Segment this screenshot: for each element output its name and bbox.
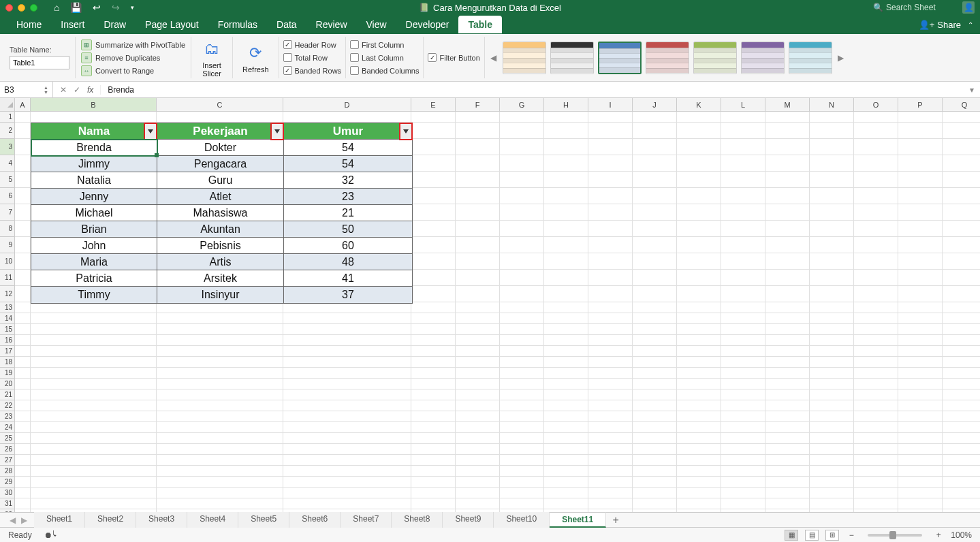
cell[interactable] [810, 188, 854, 204]
cell[interactable] [500, 477, 544, 488]
summarize-pivot-button[interactable]: ⊞Summarize with PivotTable [81, 39, 185, 50]
cell[interactable] [283, 379, 411, 389]
cell[interactable] [633, 335, 677, 346]
cell[interactable] [588, 346, 633, 357]
cell[interactable] [500, 335, 544, 346]
cell[interactable] [500, 498, 544, 509]
cell[interactable] [810, 204, 854, 221]
table-cell[interactable]: Michael [31, 205, 157, 221]
cell[interactable] [677, 253, 721, 270]
cell[interactable] [943, 286, 980, 302]
cell[interactable] [677, 112, 721, 123]
cell[interactable] [15, 172, 31, 188]
cell[interactable] [854, 324, 898, 335]
cell[interactable] [633, 509, 677, 512]
cell[interactable] [283, 302, 411, 313]
cell[interactable] [157, 444, 283, 455]
cell[interactable] [157, 411, 283, 422]
collapse-ribbon-icon[interactable]: ⌃ [968, 21, 973, 29]
cell[interactable] [15, 188, 31, 204]
cell[interactable] [283, 455, 411, 466]
table-cell[interactable]: 54 [284, 156, 412, 172]
cell[interactable] [810, 455, 854, 466]
undo-icon[interactable]: ↩ [93, 3, 101, 12]
cell[interactable] [157, 509, 283, 512]
cell[interactable] [898, 488, 943, 498]
table-cell[interactable]: 48 [284, 254, 412, 270]
cell[interactable] [943, 188, 980, 204]
cell[interactable] [765, 112, 810, 123]
table-cell[interactable]: Insinyur [157, 287, 284, 303]
cell[interactable] [765, 155, 810, 172]
table-cell[interactable]: 23 [284, 189, 412, 205]
cell[interactable] [854, 188, 898, 204]
cell[interactable] [677, 204, 721, 221]
cell[interactable] [157, 466, 283, 477]
cell[interactable] [500, 139, 544, 155]
cell[interactable] [157, 488, 283, 498]
cell[interactable] [588, 357, 633, 368]
row-header[interactable]: 24 [0, 422, 15, 433]
column-header[interactable]: A [15, 98, 31, 112]
save-icon[interactable]: 💾 [70, 3, 82, 12]
ribbon-tab-table[interactable]: Table [458, 16, 502, 33]
cell[interactable] [544, 139, 588, 155]
cell[interactable] [31, 346, 157, 357]
row-header[interactable]: 29 [0, 477, 15, 488]
cell[interactable] [544, 466, 588, 477]
cell[interactable] [544, 155, 588, 172]
share-button[interactable]: 👤+ Share [919, 20, 961, 30]
cell[interactable] [898, 379, 943, 389]
cell[interactable] [588, 253, 633, 270]
cell[interactable] [854, 411, 898, 422]
row-header[interactable]: 15 [0, 324, 15, 335]
cell[interactable] [15, 204, 31, 221]
cell[interactable] [15, 411, 31, 422]
table-cell[interactable]: 54 [284, 140, 412, 156]
cell[interactable] [854, 155, 898, 172]
refresh-button[interactable]: ⟳ Refresh [238, 41, 273, 75]
cell[interactable] [500, 509, 544, 512]
search-input[interactable] [886, 3, 954, 12]
cell[interactable] [633, 139, 677, 155]
cell[interactable] [633, 346, 677, 357]
cell[interactable] [677, 237, 721, 253]
macro-record-icon[interactable]: ⏺↳ [44, 530, 57, 540]
cell[interactable] [157, 379, 283, 389]
cell[interactable] [943, 112, 980, 123]
cell[interactable] [283, 477, 411, 488]
cell[interactable] [721, 253, 765, 270]
ribbon-tab-data[interactable]: Data [267, 16, 306, 33]
cell[interactable] [544, 455, 588, 466]
cell[interactable] [411, 455, 456, 466]
cell[interactable] [15, 313, 31, 324]
table-cell[interactable]: Timmy [31, 287, 157, 303]
zoom-level[interactable]: 100% [951, 530, 972, 540]
cell[interactable] [157, 346, 283, 357]
cell[interactable] [810, 221, 854, 237]
cell[interactable] [765, 324, 810, 335]
cell[interactable] [633, 379, 677, 389]
cell[interactable] [677, 389, 721, 400]
cell[interactable] [810, 155, 854, 172]
cell[interactable] [677, 509, 721, 512]
row-header[interactable]: 13 [0, 302, 15, 313]
cell[interactable] [31, 411, 157, 422]
cell[interactable] [411, 112, 456, 123]
cell[interactable] [31, 433, 157, 444]
column-header[interactable]: K [677, 98, 721, 112]
row-header[interactable]: 18 [0, 357, 15, 368]
cell[interactable] [500, 368, 544, 379]
cell[interactable] [810, 112, 854, 123]
cell[interactable] [810, 253, 854, 270]
cell[interactable] [411, 204, 456, 221]
cell[interactable] [810, 335, 854, 346]
cell[interactable] [544, 400, 588, 411]
cell[interactable] [456, 444, 500, 455]
cell[interactable] [943, 123, 980, 139]
cell[interactable] [411, 302, 456, 313]
cell[interactable] [588, 204, 633, 221]
cell[interactable] [677, 422, 721, 433]
cell[interactable] [633, 221, 677, 237]
table-cell[interactable]: 50 [284, 221, 412, 238]
